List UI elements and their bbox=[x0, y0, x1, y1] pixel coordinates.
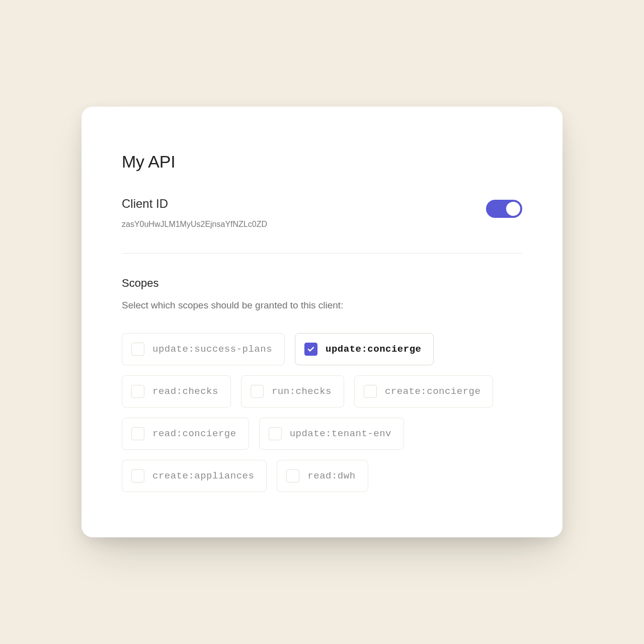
client-id-block: Client ID zasY0uHwJLM1MyUs2EjnsaYfNZLc0Z… bbox=[122, 197, 267, 229]
api-settings-card: My API Client ID zasY0uHwJLM1MyUs2EjnsaY… bbox=[82, 107, 562, 537]
scope-chip[interactable]: update:tenant-env bbox=[259, 418, 404, 450]
scope-label: read:checks bbox=[152, 386, 218, 397]
checkbox-icon bbox=[131, 427, 144, 440]
scope-chip[interactable]: run:checks bbox=[241, 375, 344, 408]
scope-label: run:checks bbox=[272, 386, 332, 397]
scope-label: read:dwh bbox=[307, 470, 355, 481]
page-title: My API bbox=[122, 152, 522, 172]
scope-chip[interactable]: read:concierge bbox=[122, 418, 249, 450]
scope-label: create:concierge bbox=[385, 386, 480, 397]
section-divider bbox=[122, 253, 522, 254]
client-id-label: Client ID bbox=[122, 197, 267, 211]
checkbox-icon bbox=[131, 469, 144, 482]
scope-chip[interactable]: create:appliances bbox=[122, 460, 267, 492]
scope-label: update:success-plans bbox=[152, 344, 272, 355]
toggle-knob bbox=[506, 202, 520, 216]
client-id-row: Client ID zasY0uHwJLM1MyUs2EjnsaYfNZLc0Z… bbox=[122, 197, 522, 229]
checkbox-icon bbox=[286, 469, 299, 482]
checkbox-icon bbox=[131, 385, 144, 398]
enable-toggle[interactable] bbox=[486, 200, 522, 218]
checkbox-checked-icon bbox=[304, 343, 317, 356]
client-id-value: zasY0uHwJLM1MyUs2EjnsaYfNZLc0ZD bbox=[122, 220, 267, 229]
checkbox-icon bbox=[269, 427, 282, 440]
scope-label: create:appliances bbox=[152, 470, 254, 481]
scope-chip[interactable]: update:concierge bbox=[295, 333, 434, 365]
scope-chip[interactable]: read:checks bbox=[122, 375, 231, 408]
checkbox-icon bbox=[131, 343, 144, 356]
checkbox-icon bbox=[364, 385, 377, 398]
scope-chip[interactable]: read:dwh bbox=[277, 460, 368, 492]
scopes-heading: Scopes bbox=[122, 277, 522, 290]
scope-list: update:success-plansupdate:conciergeread… bbox=[122, 333, 522, 492]
scopes-help-text: Select which scopes should be granted to… bbox=[122, 300, 522, 311]
scope-label: read:concierge bbox=[152, 428, 236, 439]
scope-chip[interactable]: update:success-plans bbox=[122, 333, 285, 365]
scope-label: update:tenant-env bbox=[290, 428, 391, 439]
scope-label: update:concierge bbox=[326, 344, 421, 355]
checkbox-icon bbox=[251, 385, 264, 398]
scope-chip[interactable]: create:concierge bbox=[354, 375, 493, 408]
